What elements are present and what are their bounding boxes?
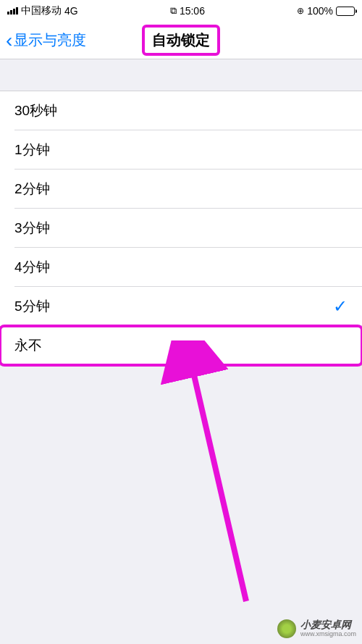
nav-bar: ‹ 显示与亮度 自动锁定 bbox=[0, 22, 362, 59]
option-label: 5分钟 bbox=[14, 297, 50, 316]
status-right: ⊕ 100% bbox=[297, 5, 355, 17]
options-list: 30秒钟1分钟2分钟3分钟4分钟5分钟✓永不 bbox=[0, 91, 362, 366]
page-title: 自动锁定 bbox=[142, 25, 220, 56]
battery-pct: 100% bbox=[307, 5, 333, 17]
status-center: ⧉ 15:06 bbox=[170, 5, 205, 17]
option-label: 永不 bbox=[14, 336, 42, 355]
watermark-logo-icon bbox=[277, 619, 296, 638]
option-label: 4分钟 bbox=[14, 258, 50, 277]
option-row[interactable]: 永不 bbox=[0, 326, 362, 365]
option-label: 2分钟 bbox=[14, 180, 50, 198]
option-row[interactable]: 2分钟 bbox=[0, 170, 362, 209]
status-bar: 中国移动 4G ⧉ 15:06 ⊕ 100% bbox=[0, 0, 362, 22]
option-row[interactable]: 5分钟✓ bbox=[0, 287, 362, 326]
option-label: 1分钟 bbox=[14, 141, 50, 159]
option-row[interactable]: 3分钟 bbox=[0, 209, 362, 248]
watermark-en: www.xmsigma.com bbox=[300, 631, 356, 638]
back-button[interactable]: ‹ 显示与亮度 bbox=[0, 30, 86, 51]
checkmark-icon: ✓ bbox=[333, 296, 348, 317]
option-label: 3分钟 bbox=[14, 219, 50, 238]
back-label: 显示与亮度 bbox=[14, 30, 86, 50]
section-spacer bbox=[0, 59, 362, 91]
svg-line-1 bbox=[192, 366, 246, 601]
battery-icon bbox=[336, 7, 355, 16]
option-label: 30秒钟 bbox=[14, 101, 57, 120]
rotation-lock-icon: ⊕ bbox=[297, 6, 304, 16]
signal-icon bbox=[7, 7, 18, 14]
option-row[interactable]: 1分钟 bbox=[0, 130, 362, 170]
status-left: 中国移动 4G bbox=[7, 4, 78, 17]
watermark: 小麦安卓网 www.xmsigma.com bbox=[277, 619, 356, 638]
annotation-arrow bbox=[94, 340, 268, 616]
hotspot-icon: ⧉ bbox=[170, 5, 177, 17]
watermark-cn: 小麦安卓网 bbox=[300, 619, 356, 630]
chevron-left-icon: ‹ bbox=[6, 30, 12, 51]
clock: 15:06 bbox=[180, 5, 205, 17]
carrier-label: 中国移动 bbox=[21, 4, 62, 17]
network-label: 4G bbox=[64, 5, 78, 17]
option-row[interactable]: 4分钟 bbox=[0, 248, 362, 287]
option-row[interactable]: 30秒钟 bbox=[0, 91, 362, 130]
